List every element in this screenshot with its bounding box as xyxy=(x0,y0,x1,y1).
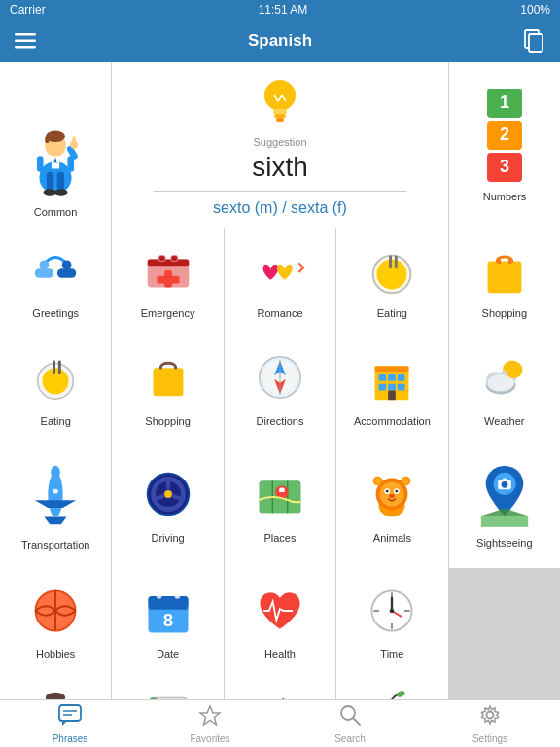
category-romance[interactable]: Romance xyxy=(225,228,335,335)
cat-fruits[interactable]: Fruits xyxy=(336,675,447,699)
cat-studies[interactable]: A Studies xyxy=(112,675,223,699)
cat-occupations[interactable]: Occupations xyxy=(0,675,111,699)
emergency-label: Emergency xyxy=(141,307,195,319)
svg-point-98 xyxy=(375,479,381,484)
romance-icon xyxy=(251,243,309,302)
gear-icon xyxy=(479,704,501,731)
word-card[interactable]: Suggestion sixth sexto (m) / sexta (f) xyxy=(112,62,448,228)
svg-rect-35 xyxy=(158,256,165,262)
accommodation-svg-icon xyxy=(364,349,420,409)
category-eating[interactable]: Eating xyxy=(336,228,447,335)
svg-rect-62 xyxy=(389,391,397,401)
colors-svg-icon xyxy=(253,691,307,699)
svg-point-159 xyxy=(396,690,406,697)
svg-text:8: 8 xyxy=(162,610,172,630)
svg-rect-40 xyxy=(395,256,398,269)
svg-rect-48 xyxy=(153,368,183,396)
tab-settings[interactable]: Settings xyxy=(461,704,519,744)
cat-transportation[interactable]: Transportation xyxy=(0,442,111,568)
tab-settings-label: Settings xyxy=(472,733,508,744)
cat-transportation-label: Transportation xyxy=(21,539,90,551)
svg-rect-22 xyxy=(274,114,286,118)
cat-date[interactable]: 8 Date xyxy=(112,568,223,675)
cat-eating[interactable]: Eating xyxy=(0,335,111,442)
cat-directions[interactable]: Directions xyxy=(225,335,335,442)
svg-rect-43 xyxy=(508,259,512,265)
cat-weather-label: Weather xyxy=(484,415,524,427)
svg-point-68 xyxy=(506,362,522,378)
search-icon xyxy=(339,704,361,731)
svg-rect-55 xyxy=(375,366,409,372)
cat-driving-label: Driving xyxy=(151,532,184,544)
svg-marker-105 xyxy=(481,509,528,516)
tab-phrases[interactable]: Phrases xyxy=(41,704,99,744)
svg-rect-110 xyxy=(148,596,188,609)
svg-marker-71 xyxy=(45,517,67,525)
row4-grid: Hobbies 8 Date xyxy=(0,568,560,675)
svg-rect-36 xyxy=(170,256,177,262)
menu-icon[interactable] xyxy=(12,27,39,54)
svg-rect-28 xyxy=(57,268,76,278)
cat-hobbies[interactable]: Hobbies xyxy=(0,568,111,675)
chat-icon xyxy=(58,704,82,731)
word-spanish: sexto (m) / sexta (f) xyxy=(213,199,347,217)
svg-rect-23 xyxy=(276,118,284,122)
cat-hobbies-label: Hobbies xyxy=(36,648,75,659)
transportation-svg-icon xyxy=(27,459,84,533)
category-greetings[interactable]: Greetings xyxy=(0,228,111,335)
svg-rect-13 xyxy=(47,172,53,192)
category-shopping[interactable]: Shopping xyxy=(449,228,560,335)
animals-svg-icon xyxy=(364,466,420,526)
cat-health[interactable]: Health xyxy=(225,568,335,675)
svg-rect-59 xyxy=(379,384,387,391)
category-numbers[interactable]: 1 2 3 Numbers xyxy=(449,62,560,228)
fruits-svg-icon xyxy=(365,689,419,699)
battery-label: 100% xyxy=(520,3,550,17)
row3-grid: Transportation Driving xyxy=(0,442,560,568)
cat-health-label: Health xyxy=(264,648,296,659)
svg-point-20 xyxy=(264,80,296,111)
cat-date-label: Date xyxy=(157,648,179,659)
svg-rect-21 xyxy=(273,109,287,114)
word-divider xyxy=(154,191,407,192)
svg-point-102 xyxy=(501,481,508,488)
card-icon[interactable] xyxy=(521,27,548,54)
places-svg-icon xyxy=(252,466,308,526)
num-block-1: 1 xyxy=(487,89,522,118)
svg-point-94 xyxy=(396,490,399,493)
num-block-2: 2 xyxy=(487,121,522,150)
svg-rect-57 xyxy=(389,374,397,381)
tab-search[interactable]: Search xyxy=(321,704,379,744)
svg-rect-41 xyxy=(487,261,521,293)
time-svg-icon xyxy=(365,584,419,642)
cat-animals-label: Animals xyxy=(373,532,411,544)
tab-favorites[interactable]: Favorites xyxy=(181,704,239,744)
cat-accommodation[interactable]: Accommodation xyxy=(336,335,447,442)
category-common[interactable]: Common xyxy=(0,62,111,228)
health-svg-icon xyxy=(253,584,307,642)
svg-point-167 xyxy=(487,711,494,718)
svg-rect-103 xyxy=(503,479,507,481)
shopping-svg-icon xyxy=(140,349,196,409)
cat-colors[interactable]: Colors xyxy=(225,675,335,699)
occupations-svg-icon xyxy=(28,689,83,699)
category-emergency[interactable]: Emergency xyxy=(112,228,223,335)
cat-shopping[interactable]: Shopping xyxy=(112,335,223,442)
svg-point-113 xyxy=(156,593,161,599)
cat-time[interactable]: Time xyxy=(336,568,447,675)
cat-weather[interactable]: Weather xyxy=(449,335,560,442)
svg-rect-61 xyxy=(398,384,405,391)
categories-grid: Greetings Emergency xyxy=(0,228,560,335)
romance-label: Romance xyxy=(257,307,302,319)
svg-rect-2 xyxy=(15,46,36,49)
cat-places[interactable]: Places xyxy=(225,442,335,568)
svg-line-166 xyxy=(353,718,360,725)
cat-shopping-label: Shopping xyxy=(145,415,191,427)
cat-animals[interactable]: Animals xyxy=(336,442,447,568)
cat-sightseeing[interactable]: Sightseeing xyxy=(449,442,560,568)
nav-title: Spanish xyxy=(248,31,312,51)
cat-sightseeing-label: Sightseeing xyxy=(476,537,533,549)
cat-driving[interactable]: Driving xyxy=(112,442,223,568)
row2-grid: Eating Shopping xyxy=(0,335,560,442)
svg-point-99 xyxy=(403,479,409,484)
